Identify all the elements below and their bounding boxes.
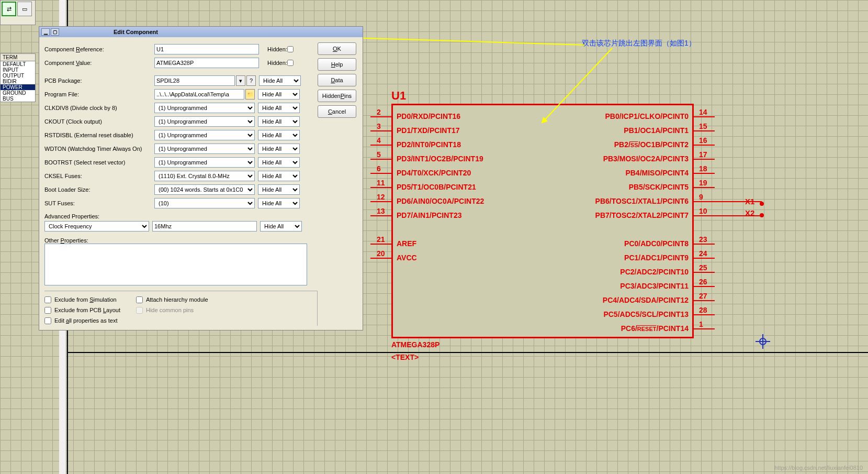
pin-label: PC3/ADC3/PCINT11 [620, 282, 689, 290]
terminal-item[interactable]: POWER [1, 84, 35, 90]
adv-vis-select[interactable]: Hide All [260, 221, 302, 232]
tool-rect-icon[interactable]: ▭ [17, 2, 32, 16]
terminal-item[interactable]: GROUND [1, 90, 35, 96]
terminal-item[interactable]: BUS [1, 96, 35, 102]
pin-label: PB5/SCK/PCINT5 [629, 183, 689, 191]
fuse-vis-select[interactable]: Hide All [258, 144, 300, 154]
adv-prop-select[interactable]: Clock Frequency [44, 221, 149, 232]
pin-wire [694, 201, 715, 202]
pcb-dropdown-icon[interactable]: ▾ [236, 75, 245, 86]
fuse-select[interactable]: (1) Unprogrammed [154, 116, 255, 127]
pin-number: 27 [699, 292, 707, 300]
pin-number: 25 [699, 263, 707, 272]
fuse-label: RSTDISBL (External reset disable) [44, 132, 154, 138]
pin-wire [370, 116, 391, 117]
adv-val-input[interactable] [152, 221, 257, 232]
edit-component-dialog: ▁ ▢ Edit Component Component Reference: … [39, 26, 363, 330]
pin-wire [694, 328, 715, 329]
hidden-label: Hidden: [267, 46, 287, 52]
browse-file-icon[interactable]: 📁 [245, 89, 255, 100]
fuse-vis-select[interactable]: Hide All [258, 198, 300, 208]
ok-button[interactable]: OK [318, 42, 356, 55]
fuse-vis-select[interactable]: Hide All [258, 116, 300, 127]
pin-number: 1 [699, 320, 703, 328]
pin-number: 2 [377, 108, 381, 116]
edit-all-checkbox[interactable] [44, 317, 51, 324]
pin-number: 16 [699, 136, 707, 145]
component-text-label: <TEXT> [391, 353, 419, 361]
fuse-vis-select[interactable]: Hide All [258, 130, 300, 140]
pin-label: PB2/SS/OC1B/PCINT2 [614, 140, 689, 149]
minimize-icon[interactable]: ▁ [41, 28, 50, 36]
prog-vis-select[interactable]: Hide All [258, 89, 300, 100]
hidden-pins-button[interactable]: Hidden Pins [318, 90, 356, 102]
pin-wire [694, 173, 715, 174]
pin-label: PD6/AIN0/OC0A/PCINT22 [397, 197, 484, 205]
fuse-select[interactable]: (1110) Ext. Crystal 8.0-MHz [154, 171, 255, 181]
fuse-select[interactable]: (1) Unprogrammed [154, 103, 255, 113]
toolbox: ⇄ ▭ [0, 0, 36, 25]
input-prog[interactable] [154, 89, 244, 100]
cancel-button[interactable]: Cancel [318, 105, 356, 118]
hidden-label-2: Hidden: [267, 60, 287, 66]
pin-wire [370, 258, 391, 259]
junction-dot [760, 202, 764, 206]
attach-hierarchy-checkbox[interactable] [136, 296, 143, 303]
pin-label: PC4/ADC4/SDA/PCINT12 [603, 296, 689, 304]
label-pcb: PCB Package: [44, 78, 154, 84]
terminal-item[interactable]: OUTPUT [1, 73, 35, 79]
pin-wire [370, 159, 391, 160]
pin-label: PD4/T0/XCK/PCINT20 [397, 169, 471, 177]
data-button[interactable]: Data [318, 74, 356, 86]
pin-number: 12 [377, 193, 385, 201]
fuse-select[interactable]: (00) 1024 words. Starts at 0x1C0 [154, 184, 255, 195]
pin-wire [694, 145, 715, 146]
fuse-vis-select[interactable]: Hide All [258, 103, 300, 113]
fuse-label: SUT Fuses: [44, 200, 154, 206]
label-val: Component Value: [44, 60, 154, 66]
hidden-ref-checkbox[interactable] [287, 46, 294, 52]
component-ref-label: U1 [391, 89, 406, 103]
pcb-help-button[interactable]: ? [246, 75, 256, 86]
fuse-select[interactable]: (1) Unprogrammed [154, 144, 255, 154]
terminal-item[interactable]: INPUT [1, 67, 35, 73]
pin-wire [370, 130, 391, 131]
input-ref[interactable] [154, 44, 259, 54]
fuse-label: CKOUT (Clock output) [44, 118, 154, 125]
help-button[interactable]: Help [318, 58, 356, 71]
pin-wire [370, 215, 391, 216]
pin-wire [370, 201, 391, 202]
exclude-sim-checkbox[interactable] [44, 296, 51, 303]
fuse-select[interactable]: (1) Unprogrammed [154, 157, 255, 168]
fuse-vis-select[interactable]: Hide All [258, 157, 300, 168]
maximize-icon[interactable]: ▢ [51, 28, 59, 36]
label-ref: Component Reference: [44, 46, 154, 52]
fuse-select[interactable]: (10) [154, 198, 255, 208]
pin-label: PD2/INT0/PCINT18 [397, 140, 461, 149]
exclude-pcb-checkbox[interactable] [44, 307, 51, 314]
fuse-select[interactable]: (1) Unprogrammed [154, 130, 255, 140]
terminal-item[interactable]: DEFAULT [1, 61, 35, 67]
input-pcb[interactable] [154, 75, 235, 86]
net-label-x2: X2 [745, 208, 754, 217]
pin-wire [694, 159, 715, 160]
terminal-list-header: TERM [1, 54, 35, 61]
net-wire [715, 215, 762, 216]
terminal-item[interactable]: BIDIR [1, 79, 35, 84]
hidden-val-checkbox[interactable] [287, 60, 294, 66]
fuse-vis-select[interactable]: Hide All [258, 171, 300, 181]
pin-label: PC5/ADC5/SCL/PCINT13 [603, 310, 689, 318]
pcb-vis-select[interactable]: Hide All [259, 75, 301, 86]
other-properties-textarea[interactable] [44, 244, 307, 285]
fuse-label: Boot Loader Size: [44, 186, 154, 193]
input-val[interactable] [154, 58, 259, 68]
tool-pin-icon[interactable]: ⇄ [2, 2, 16, 16]
fuse-vis-select[interactable]: Hide All [258, 184, 300, 195]
fuse-label: CKSEL Fuses: [44, 173, 154, 179]
pin-number: 9 [699, 193, 703, 201]
label-other: Other Properties: [44, 237, 154, 244]
pin-number: 3 [377, 122, 381, 130]
pin-wire [694, 300, 715, 301]
dialog-titlebar[interactable]: ▁ ▢ Edit Component [39, 27, 363, 37]
pin-wire [694, 286, 715, 287]
